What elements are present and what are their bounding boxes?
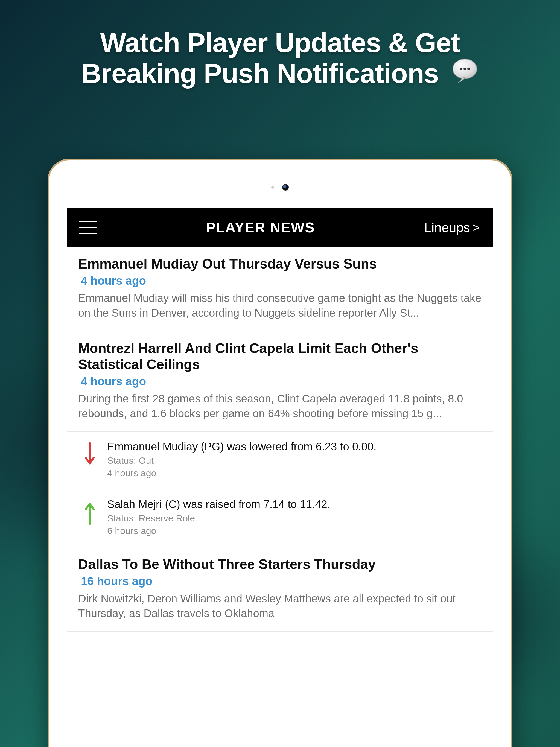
news-article[interactable]: Emmanuel Mudiay Out Thursday Versus Suns… (67, 247, 493, 331)
update-time: 6 hours ago (107, 525, 482, 537)
article-time: 4 hours ago (81, 274, 482, 287)
navbar-title: PLAYER NEWS (206, 219, 315, 236)
article-title: Dallas To Be Without Three Starters Thur… (78, 557, 482, 572)
news-feed[interactable]: Emmanuel Mudiay Out Thursday Versus Suns… (67, 247, 493, 632)
arrow-up-icon (82, 498, 97, 525)
speech-bubble-icon (451, 57, 479, 91)
article-time: 4 hours ago (81, 375, 482, 388)
article-time: 16 hours ago (81, 575, 482, 588)
app-screen: PLAYER NEWS Lineups > Emmanuel Mudiay Ou… (67, 208, 493, 747)
front-camera-icon (282, 184, 289, 190)
article-excerpt: During the first 28 games of this season… (78, 391, 482, 421)
svg-point-2 (463, 68, 466, 70)
promo-headline: Watch Player Updates & Get Breaking Push… (0, 27, 560, 92)
article-title: Montrezl Harrell And Clint Capela Limit … (78, 340, 482, 373)
svg-point-3 (467, 68, 470, 70)
promo-headline-line1: Watch Player Updates & Get (100, 27, 460, 58)
svg-point-1 (460, 68, 462, 70)
projection-update[interactable]: Emmanuel Mudiay (PG) was lowered from 6.… (67, 432, 493, 489)
ambient-light-sensor-icon (271, 186, 274, 189)
hamburger-menu-icon[interactable] (79, 221, 97, 234)
tablet-inner: PLAYER NEWS Lineups > Emmanuel Mudiay Ou… (56, 167, 504, 747)
update-time: 4 hours ago (107, 467, 482, 480)
tablet-frame: PLAYER NEWS Lineups > Emmanuel Mudiay Ou… (48, 159, 512, 747)
update-text: Emmanuel Mudiay (PG) was lowered from 6.… (107, 440, 482, 453)
lineups-link[interactable]: Lineups > (424, 220, 480, 235)
update-body: Salah Mejri (C) was raised from 7.14 to … (107, 498, 482, 537)
lineups-link-label: Lineups (424, 220, 470, 235)
article-excerpt: Dirk Nowitzki, Deron Williams and Wesley… (78, 591, 482, 621)
update-status: Status: Out (107, 455, 482, 467)
tablet-camera-row (56, 167, 504, 208)
update-status: Status: Reserve Role (107, 512, 482, 525)
update-body: Emmanuel Mudiay (PG) was lowered from 6.… (107, 440, 482, 480)
projection-update[interactable]: Salah Mejri (C) was raised from 7.14 to … (67, 489, 493, 547)
news-article[interactable]: Montrezl Harrell And Clint Capela Limit … (67, 331, 493, 432)
article-title: Emmanuel Mudiay Out Thursday Versus Suns (78, 256, 482, 272)
update-text: Salah Mejri (C) was raised from 7.14 to … (107, 498, 482, 511)
article-excerpt: Emmanuel Mudiay will miss his third cons… (78, 291, 482, 320)
promo-headline-line2: Breaking Push Notifications (81, 58, 439, 88)
chevron-right-icon: > (472, 220, 480, 235)
arrow-down-icon (82, 440, 97, 467)
navbar: PLAYER NEWS Lineups > (67, 208, 493, 247)
news-article[interactable]: Dallas To Be Without Three Starters Thur… (67, 547, 493, 632)
